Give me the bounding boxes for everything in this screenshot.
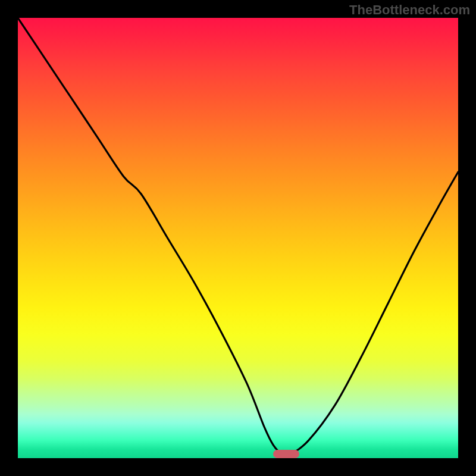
plot-area [18, 18, 458, 458]
curve-svg [18, 18, 458, 458]
optimal-marker [273, 450, 299, 458]
bottleneck-curve [18, 18, 458, 455]
chart-frame: TheBottleneck.com [0, 0, 476, 476]
watermark-text: TheBottleneck.com [349, 2, 470, 18]
